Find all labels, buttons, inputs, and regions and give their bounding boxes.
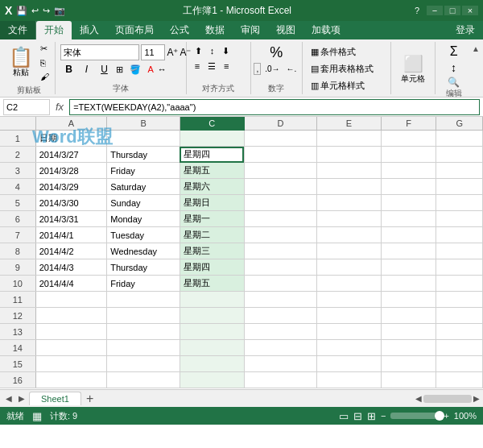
cell-reference-box[interactable]: C2 bbox=[3, 99, 50, 115]
cell-14-d[interactable] bbox=[244, 340, 317, 356]
maximize-button[interactable]: □ bbox=[444, 6, 460, 15]
cell-11-b[interactable] bbox=[107, 292, 180, 308]
row-header[interactable]: 8 bbox=[0, 243, 35, 259]
cell-13-c[interactable] bbox=[180, 324, 244, 340]
cell-16-d[interactable] bbox=[244, 372, 317, 388]
row-header[interactable]: 2 bbox=[0, 147, 35, 163]
sheet-nav-left2[interactable]: ▶ bbox=[16, 393, 27, 404]
cell-8-b[interactable]: Wednesday bbox=[107, 243, 180, 259]
cell-6-c[interactable]: 星期一 bbox=[180, 211, 244, 227]
cell-9-b[interactable]: Thursday bbox=[107, 259, 180, 276]
sort-button[interactable]: ↕ bbox=[451, 61, 456, 74]
cell-7-c[interactable]: 星期二 bbox=[180, 227, 244, 243]
cell-11-c[interactable] bbox=[180, 292, 244, 308]
cell-12-g[interactable] bbox=[436, 308, 483, 324]
cell-15-g[interactable] bbox=[436, 356, 483, 372]
col-header-g[interactable]: G bbox=[436, 117, 483, 131]
col-header-c[interactable]: C bbox=[180, 117, 244, 131]
cell-1-c[interactable] bbox=[180, 131, 244, 147]
cell-12-a[interactable] bbox=[35, 308, 106, 324]
formula-input[interactable]: =TEXT(WEEKDAY(A2),"aaaa") bbox=[69, 99, 480, 115]
cell-8-d[interactable] bbox=[244, 243, 317, 259]
cell-16-c[interactable] bbox=[180, 372, 244, 388]
cell-5-f[interactable] bbox=[381, 195, 436, 211]
row-header[interactable]: 12 bbox=[0, 308, 35, 324]
tab-login[interactable]: 登录 bbox=[448, 21, 483, 39]
cell-5-e[interactable] bbox=[317, 195, 382, 211]
cell-15-f[interactable] bbox=[381, 356, 436, 372]
cell-5-c[interactable]: 星期日 bbox=[180, 195, 244, 211]
row-header[interactable]: 14 bbox=[0, 340, 35, 356]
row-header[interactable]: 6 bbox=[0, 211, 35, 227]
cell-11-e[interactable] bbox=[317, 292, 382, 308]
cell-14-b[interactable] bbox=[107, 340, 180, 356]
cell-7-d[interactable] bbox=[244, 227, 317, 243]
cell-6-e[interactable] bbox=[317, 211, 382, 227]
font-size-input[interactable] bbox=[141, 44, 165, 60]
cell-11-g[interactable] bbox=[436, 292, 483, 308]
cell-10-d[interactable] bbox=[244, 276, 317, 292]
table-format-button[interactable]: ▤套用表格格式 bbox=[308, 61, 386, 77]
tab-review[interactable]: 审阅 bbox=[233, 21, 268, 39]
align-right-button[interactable]: ≡ bbox=[221, 60, 232, 73]
undo-icon[interactable]: ↩ bbox=[31, 6, 39, 16]
formula-fx-button[interactable]: fx bbox=[52, 101, 67, 113]
cell-1-e[interactable] bbox=[317, 131, 382, 147]
cell-14-g[interactable] bbox=[436, 340, 483, 356]
cell-13-e[interactable] bbox=[317, 324, 382, 340]
cell-10-b[interactable]: Friday bbox=[107, 276, 180, 292]
font-name-input[interactable] bbox=[60, 44, 139, 60]
underline-button[interactable]: U bbox=[96, 62, 112, 77]
cell-7-a[interactable]: 2014/4/1 bbox=[35, 227, 106, 243]
cell-9-f[interactable] bbox=[381, 259, 436, 276]
cell-14-e[interactable] bbox=[317, 340, 382, 356]
cell-1-f[interactable] bbox=[381, 131, 436, 147]
increase-decimal-button[interactable]: .0→ bbox=[262, 63, 282, 75]
copy-button[interactable]: ⎘ bbox=[37, 56, 52, 69]
cell-3-e[interactable] bbox=[317, 163, 382, 179]
cell-14-f[interactable] bbox=[381, 340, 436, 356]
bold-button[interactable]: B bbox=[60, 62, 76, 77]
cell-4-c[interactable]: 星期六 bbox=[180, 179, 244, 195]
cut-button[interactable]: ✂ bbox=[37, 42, 52, 56]
cell-11-f[interactable] bbox=[381, 292, 436, 308]
tab-formula[interactable]: 公式 bbox=[162, 21, 197, 39]
cell-2-d[interactable] bbox=[244, 147, 317, 163]
cell-1-a[interactable]: 日期 bbox=[35, 131, 106, 147]
cell-16-a[interactable] bbox=[35, 372, 106, 388]
close-button[interactable]: × bbox=[462, 6, 478, 15]
decrease-decimal-button[interactable]: ←. bbox=[284, 63, 299, 75]
cell-9-c[interactable]: 星期四 bbox=[180, 259, 244, 276]
tab-insert[interactable]: 插入 bbox=[72, 21, 107, 39]
sheet-nav-left[interactable]: ◀ bbox=[3, 393, 14, 404]
paste-button[interactable]: 📋 粘贴 bbox=[6, 45, 35, 81]
cell-11-d[interactable] bbox=[244, 292, 317, 308]
cell-10-c[interactable]: 星期五 bbox=[180, 276, 244, 292]
help-icon[interactable]: ? bbox=[409, 6, 425, 15]
cell-2-a[interactable]: 2014/3/27 bbox=[35, 147, 106, 163]
cell-14-c[interactable] bbox=[180, 340, 244, 356]
cell-6-g[interactable] bbox=[436, 211, 483, 227]
find-button[interactable]: 🔍 bbox=[448, 77, 460, 88]
row-header[interactable]: 7 bbox=[0, 227, 35, 243]
cell-8-g[interactable] bbox=[436, 243, 483, 259]
cell-13-a[interactable] bbox=[35, 324, 106, 340]
cell-4-e[interactable] bbox=[317, 179, 382, 195]
cell-4-a[interactable]: 2014/3/29 bbox=[35, 179, 106, 195]
cell-7-f[interactable] bbox=[381, 227, 436, 243]
cell-style-button[interactable]: ▥单元格样式 bbox=[308, 78, 386, 93]
cell-6-a[interactable]: 2014/3/31 bbox=[35, 211, 106, 227]
align-top-button[interactable]: ⬆ bbox=[192, 44, 205, 58]
cell-15-d[interactable] bbox=[244, 356, 317, 372]
zoom-plus-button[interactable]: + bbox=[444, 411, 448, 421]
cell-14-a[interactable] bbox=[35, 340, 106, 356]
cell-12-f[interactable] bbox=[381, 308, 436, 324]
cell-1-g[interactable] bbox=[436, 131, 483, 147]
tab-view[interactable]: 视图 bbox=[268, 21, 303, 39]
save-icon[interactable]: 💾 bbox=[16, 6, 27, 16]
cell-10-a[interactable]: 2014/4/4 bbox=[35, 276, 106, 292]
cell-16-g[interactable] bbox=[436, 372, 483, 388]
col-header-d[interactable]: D bbox=[244, 117, 317, 131]
cell-3-b[interactable]: Friday bbox=[107, 163, 180, 179]
camera-icon[interactable]: 📷 bbox=[54, 6, 65, 16]
